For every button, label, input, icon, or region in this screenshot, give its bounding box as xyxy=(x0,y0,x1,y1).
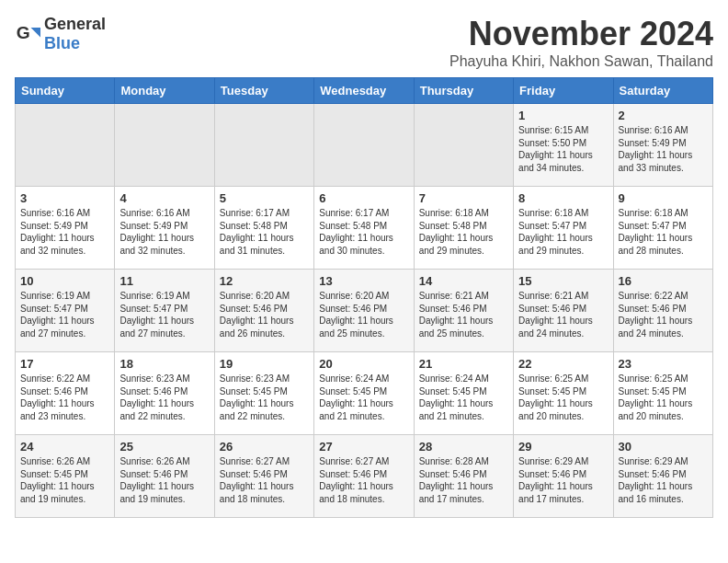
day-info: Sunrise: 6:26 AM Sunset: 5:45 PM Dayligh… xyxy=(20,455,109,505)
calendar-day-cell: 25Sunrise: 6:26 AM Sunset: 5:46 PM Dayli… xyxy=(115,435,214,518)
day-info: Sunrise: 6:17 AM Sunset: 5:48 PM Dayligh… xyxy=(319,207,408,257)
weekday-header-cell: Saturday xyxy=(613,78,712,104)
day-info: Sunrise: 6:23 AM Sunset: 5:46 PM Dayligh… xyxy=(119,373,209,422)
calendar-day-cell: 26Sunrise: 6:27 AM Sunset: 5:46 PM Dayli… xyxy=(214,435,313,518)
calendar-day-cell: 18Sunrise: 6:23 AM Sunset: 5:46 PM Dayli… xyxy=(115,352,214,435)
day-number: 7 xyxy=(419,191,508,205)
calendar-day-cell: 10Sunrise: 6:19 AM Sunset: 5:47 PM Dayli… xyxy=(16,270,115,352)
calendar-day-cell: 20Sunrise: 6:24 AM Sunset: 5:45 PM Dayli… xyxy=(314,352,414,435)
day-number: 24 xyxy=(20,440,109,454)
day-number: 3 xyxy=(20,191,109,205)
weekday-header-row: SundayMondayTuesdayWednesdayThursdayFrid… xyxy=(16,78,713,104)
day-number: 26 xyxy=(220,440,309,454)
calendar-day-cell: 29Sunrise: 6:29 AM Sunset: 5:46 PM Dayli… xyxy=(514,435,613,518)
day-number: 20 xyxy=(319,357,408,371)
calendar-day-cell: 24Sunrise: 6:26 AM Sunset: 5:45 PM Dayli… xyxy=(16,435,115,518)
day-info: Sunrise: 6:27 AM Sunset: 5:46 PM Dayligh… xyxy=(220,455,309,505)
calendar-day-cell xyxy=(115,104,214,187)
calendar-day-cell: 28Sunrise: 6:28 AM Sunset: 5:46 PM Dayli… xyxy=(414,435,513,518)
calendar-day-cell: 5Sunrise: 6:17 AM Sunset: 5:48 PM Daylig… xyxy=(214,187,313,270)
day-info: Sunrise: 6:25 AM Sunset: 5:45 PM Dayligh… xyxy=(518,373,608,422)
day-info: Sunrise: 6:19 AM Sunset: 5:47 PM Dayligh… xyxy=(20,290,109,339)
logo-general: General xyxy=(44,15,106,33)
calendar-day-cell: 6Sunrise: 6:17 AM Sunset: 5:48 PM Daylig… xyxy=(314,187,414,270)
day-info: Sunrise: 6:21 AM Sunset: 5:46 PM Dayligh… xyxy=(419,290,508,339)
calendar-day-cell: 30Sunrise: 6:29 AM Sunset: 5:46 PM Dayli… xyxy=(613,435,712,518)
day-number: 10 xyxy=(20,274,109,288)
day-number: 22 xyxy=(518,357,608,371)
day-number: 29 xyxy=(518,440,608,454)
calendar-day-cell: 22Sunrise: 6:25 AM Sunset: 5:45 PM Dayli… xyxy=(514,352,613,435)
day-info: Sunrise: 6:22 AM Sunset: 5:46 PM Dayligh… xyxy=(20,373,109,422)
day-number: 1 xyxy=(518,109,608,122)
day-number: 13 xyxy=(319,274,408,288)
day-info: Sunrise: 6:17 AM Sunset: 5:48 PM Dayligh… xyxy=(220,207,309,257)
calendar-week-row: 24Sunrise: 6:26 AM Sunset: 5:45 PM Dayli… xyxy=(16,435,713,518)
weekday-header-cell: Monday xyxy=(115,78,214,104)
calendar-day-cell: 19Sunrise: 6:23 AM Sunset: 5:45 PM Dayli… xyxy=(214,352,313,435)
day-info: Sunrise: 6:27 AM Sunset: 5:46 PM Dayligh… xyxy=(319,455,408,505)
calendar-week-row: 17Sunrise: 6:22 AM Sunset: 5:46 PM Dayli… xyxy=(16,352,713,435)
svg-marker-1 xyxy=(31,28,41,38)
calendar-day-cell xyxy=(214,104,313,187)
weekday-header-cell: Wednesday xyxy=(314,78,414,104)
calendar-day-cell: 14Sunrise: 6:21 AM Sunset: 5:46 PM Dayli… xyxy=(414,270,513,352)
day-number: 19 xyxy=(220,357,309,371)
calendar-day-cell: 27Sunrise: 6:27 AM Sunset: 5:46 PM Dayli… xyxy=(314,435,414,518)
day-number: 11 xyxy=(119,274,209,288)
day-number: 2 xyxy=(619,109,708,122)
calendar-day-cell: 23Sunrise: 6:25 AM Sunset: 5:45 PM Dayli… xyxy=(613,352,712,435)
day-info: Sunrise: 6:29 AM Sunset: 5:46 PM Dayligh… xyxy=(619,455,708,505)
weekday-header-cell: Tuesday xyxy=(214,78,313,104)
main-title: November 2024 xyxy=(449,15,713,53)
calendar-day-cell xyxy=(414,104,513,187)
calendar-day-cell: 11Sunrise: 6:19 AM Sunset: 5:47 PM Dayli… xyxy=(115,270,214,352)
logo-icon: G xyxy=(15,21,40,47)
day-info: Sunrise: 6:20 AM Sunset: 5:46 PM Dayligh… xyxy=(220,290,309,339)
svg-text:G: G xyxy=(17,23,30,42)
day-number: 4 xyxy=(119,191,209,205)
calendar-day-cell: 3Sunrise: 6:16 AM Sunset: 5:49 PM Daylig… xyxy=(16,187,115,270)
day-info: Sunrise: 6:16 AM Sunset: 5:49 PM Dayligh… xyxy=(20,207,109,257)
calendar-table: SundayMondayTuesdayWednesdayThursdayFrid… xyxy=(15,77,713,518)
calendar-week-row: 3Sunrise: 6:16 AM Sunset: 5:49 PM Daylig… xyxy=(16,187,713,270)
calendar-day-cell: 1Sunrise: 6:15 AM Sunset: 5:50 PM Daylig… xyxy=(514,104,613,187)
day-number: 21 xyxy=(419,357,508,371)
day-number: 17 xyxy=(20,357,109,371)
day-info: Sunrise: 6:26 AM Sunset: 5:46 PM Dayligh… xyxy=(119,455,209,505)
day-info: Sunrise: 6:23 AM Sunset: 5:45 PM Dayligh… xyxy=(220,373,309,422)
day-info: Sunrise: 6:22 AM Sunset: 5:46 PM Dayligh… xyxy=(619,290,708,339)
day-number: 18 xyxy=(119,357,209,371)
day-info: Sunrise: 6:21 AM Sunset: 5:46 PM Dayligh… xyxy=(518,290,608,339)
day-number: 9 xyxy=(619,191,708,205)
calendar-day-cell: 17Sunrise: 6:22 AM Sunset: 5:46 PM Dayli… xyxy=(16,352,115,435)
day-info: Sunrise: 6:29 AM Sunset: 5:46 PM Dayligh… xyxy=(518,455,608,505)
calendar-day-cell: 13Sunrise: 6:20 AM Sunset: 5:46 PM Dayli… xyxy=(314,270,414,352)
calendar-day-cell: 7Sunrise: 6:18 AM Sunset: 5:48 PM Daylig… xyxy=(414,187,513,270)
day-info: Sunrise: 6:24 AM Sunset: 5:45 PM Dayligh… xyxy=(419,373,508,422)
day-number: 28 xyxy=(419,440,508,454)
calendar-day-cell xyxy=(16,104,115,187)
weekday-header-cell: Sunday xyxy=(16,78,115,104)
day-info: Sunrise: 6:28 AM Sunset: 5:46 PM Dayligh… xyxy=(419,455,508,505)
calendar-week-row: 1Sunrise: 6:15 AM Sunset: 5:50 PM Daylig… xyxy=(16,104,713,187)
calendar-day-cell xyxy=(314,104,414,187)
day-number: 16 xyxy=(619,274,708,288)
day-info: Sunrise: 6:20 AM Sunset: 5:46 PM Dayligh… xyxy=(319,290,408,339)
day-number: 23 xyxy=(619,357,708,371)
page-header: G General Blue November 2024 Phayuha Khi… xyxy=(15,15,713,70)
day-info: Sunrise: 6:25 AM Sunset: 5:45 PM Dayligh… xyxy=(619,373,708,422)
weekday-header-cell: Friday xyxy=(514,78,613,104)
calendar-body: 1Sunrise: 6:15 AM Sunset: 5:50 PM Daylig… xyxy=(16,104,713,518)
day-number: 12 xyxy=(220,274,309,288)
day-number: 14 xyxy=(419,274,508,288)
logo-blue: Blue xyxy=(44,34,80,52)
day-number: 5 xyxy=(220,191,309,205)
day-info: Sunrise: 6:19 AM Sunset: 5:47 PM Dayligh… xyxy=(119,290,209,339)
day-info: Sunrise: 6:24 AM Sunset: 5:45 PM Dayligh… xyxy=(319,373,408,422)
calendar-day-cell: 21Sunrise: 6:24 AM Sunset: 5:45 PM Dayli… xyxy=(414,352,513,435)
day-info: Sunrise: 6:16 AM Sunset: 5:49 PM Dayligh… xyxy=(119,207,209,257)
calendar-day-cell: 12Sunrise: 6:20 AM Sunset: 5:46 PM Dayli… xyxy=(214,270,313,352)
day-number: 6 xyxy=(319,191,408,205)
day-info: Sunrise: 6:18 AM Sunset: 5:47 PM Dayligh… xyxy=(518,207,608,257)
